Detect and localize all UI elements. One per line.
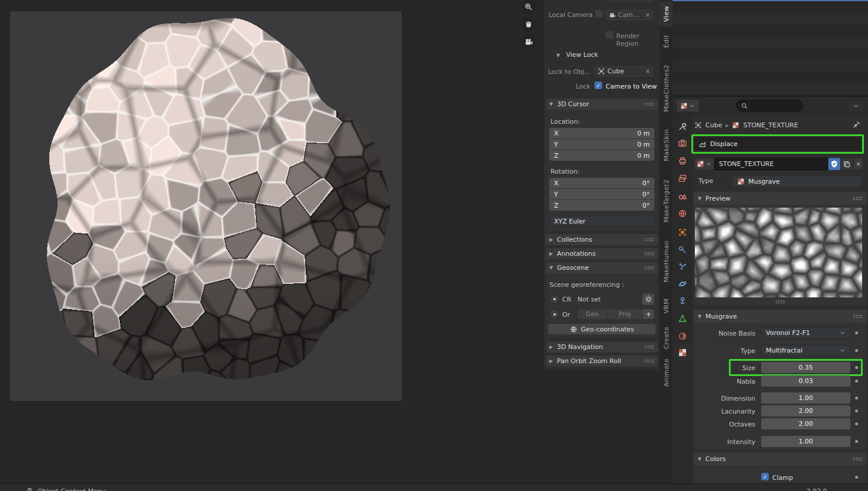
animate-decorator-dot[interactable] [855,366,858,369]
outliner-row[interactable] [673,1,868,13]
outliner-row[interactable] [673,72,868,83]
musgrave-size-number[interactable]: 0.35 [761,362,850,373]
cr-radio[interactable] [551,296,558,303]
cr-settings-button[interactable] [642,293,654,305]
panel-drag-grip[interactable] [853,197,863,201]
cursor-locRows-z-field[interactable]: Z0 m [549,150,654,161]
preview-resize-grip[interactable] [775,300,785,304]
geo-button[interactable]: Geo [577,309,607,319]
animate-decorator-dot[interactable] [855,331,858,334]
panel-drag-grip[interactable] [644,345,654,349]
sidebar-tab-animate[interactable]: Animate [660,355,673,390]
unlink-datablock-button[interactable]: × [853,158,863,170]
musgrave-lacunarity-number[interactable]: 2.00 [761,405,850,416]
view-lock-header[interactable]: ▼ View Lock [556,51,598,59]
rock-object-render[interactable] [11,12,401,400]
properties-tab-output[interactable] [673,153,693,168]
cursor-locRows-y-field[interactable]: Y0 m [549,139,654,150]
properties-tab-scene[interactable] [673,188,693,204]
cursor-rotRows-x-field[interactable]: X0° [549,178,654,188]
or-radio[interactable] [551,311,558,318]
sidebar-tab-makeskin[interactable]: MakeSkin [660,121,673,168]
camera-view-gizmo-button[interactable] [521,35,536,49]
properties-tab-view-layer[interactable] [673,170,693,186]
clamp-checkbox[interactable]: ✓ [761,473,769,480]
cursor-panel-header[interactable]: ▼ 3D Cursor [546,99,658,110]
animate-decorator-dot[interactable] [855,397,858,399]
panel-drag-grip[interactable] [644,238,654,242]
preview-panel-header[interactable]: ▼ Preview [694,192,867,205]
cursor-rotRows-z-field[interactable]: Z0° [549,200,654,211]
outliner[interactable] [673,0,868,97]
texture-browse-button[interactable] [694,158,714,170]
musgrave-dimension-number[interactable]: 1.00 [761,392,850,404]
properties-tab-modifiers[interactable] [673,242,693,258]
panel-drag-grip[interactable] [644,359,654,363]
lock-object-field[interactable]: Cube × [595,66,653,76]
search-input[interactable] [736,100,803,111]
properties-tab-object-data[interactable] [673,310,693,326]
clear-icon[interactable]: × [646,12,650,18]
texture-slot-dropdown[interactable]: Displace [694,137,862,151]
animate-decorator-dot[interactable] [855,476,858,479]
properties-tab-texture-active[interactable] [673,344,693,360]
zoom-gizmo-button[interactable] [521,0,536,14]
properties-tab-constraints[interactable] [673,293,693,309]
musgrave-noise-basis-dropdown[interactable]: Voronoi F2-F1 [761,327,850,338]
sidebar-tab-vrm[interactable]: VRM [660,292,673,320]
properties-tab-tool[interactable] [673,118,693,134]
animate-decorator-dot[interactable] [855,440,858,443]
nav-panel-header[interactable]: ▶ 3D Navigation [546,341,658,353]
outliner-row[interactable] [673,83,868,95]
cursor-rotRows-y-field[interactable]: Y0° [549,189,654,199]
musgrave-panel-header[interactable]: ▼ Musgrave [694,310,867,323]
animate-decorator-dot[interactable] [855,349,858,352]
local-camera-checkbox[interactable] [595,10,603,18]
camera-to-view-checkbox[interactable]: ✓ [595,82,602,89]
musgrave-type-dropdown[interactable]: Multifractal [761,345,850,356]
sidebar-tab-makeclothes2[interactable]: MakeClothes2 [660,56,673,120]
sidebar-tab-maketarget2[interactable]: MakeTarget2 [660,170,673,232]
outliner-row[interactable] [673,13,868,25]
panel-drag-grip[interactable] [644,266,654,270]
properties-tab-material[interactable] [673,328,693,344]
outliner-row[interactable] [673,48,868,60]
sidebar-tab-view[interactable]: View [660,1,673,27]
sidebar-tab-makehuman[interactable]: MakeHuman [660,234,673,289]
panel-drag-grip[interactable] [644,252,654,256]
pin-icon[interactable] [852,120,861,129]
outliner-row[interactable] [673,25,868,36]
animate-decorator-dot[interactable] [855,422,858,425]
camera-view-frame[interactable] [11,12,401,401]
panel-drag-grip[interactable] [853,314,863,319]
clear-icon[interactable]: × [646,68,650,75]
filter-dropdown-button[interactable] [848,99,864,112]
outliner-row[interactable] [673,36,868,48]
outliner-row[interactable] [673,60,868,72]
musgrave-nabla-number[interactable]: 0.03 [761,375,850,387]
render-region-checkbox[interactable] [606,31,613,39]
texture-type-dropdown[interactable]: Musgrave [732,175,862,187]
rotation-mode-dropdown[interactable]: XYZ Euler [549,216,654,226]
proj-button[interactable]: Proj [607,309,642,319]
geo-coordinates-button[interactable]: Geo-coordinates [548,324,656,334]
musgrave-octaves-number[interactable]: 2.00 [761,418,850,429]
texture-name-field[interactable]: STONE_TEXTURE [714,158,828,170]
pan-orbit-panel-header[interactable]: ▶ Pan Orbit Zoom Roll [546,355,658,367]
annotations-panel-header[interactable]: ▶ Annotations [546,248,658,259]
editor-type-button[interactable] [676,99,700,112]
properties-tab-physics[interactable] [673,276,693,292]
local-camera-field[interactable]: Came... × [606,10,653,20]
properties-tab-world[interactable] [673,205,693,221]
duplicate-datablock-button[interactable] [841,158,853,170]
sidebar-tab-edit[interactable]: Edit [660,28,673,55]
colors-panel-header[interactable]: ▼ Colors [694,452,867,465]
fake-user-shield-button[interactable] [828,158,840,170]
panel-drag-grip[interactable] [853,457,863,461]
animate-decorator-dot[interactable] [855,380,858,382]
breadcrumb-object[interactable]: Cube [705,121,722,129]
breadcrumb-texture[interactable]: STONE_TEXTURE [743,121,798,129]
properties-tab-render[interactable] [673,135,693,151]
cursor-locRows-x-field[interactable]: X0 m [549,128,654,138]
panel-drag-grip[interactable] [644,102,654,106]
